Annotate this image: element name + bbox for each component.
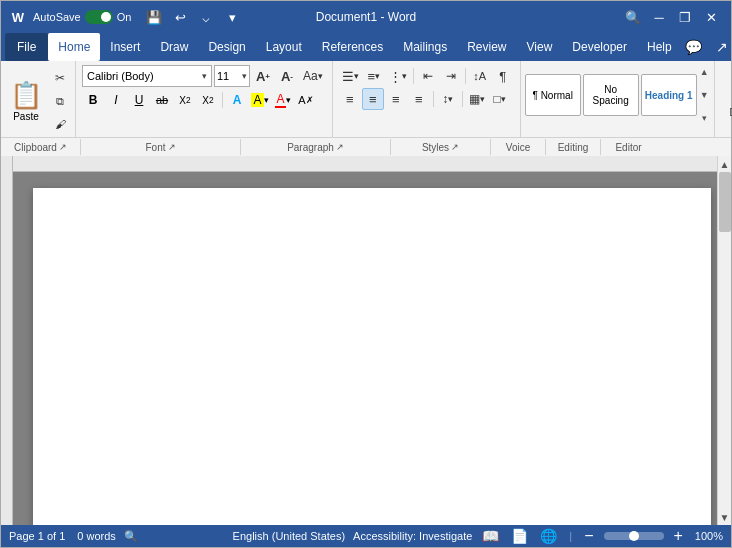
clear-format-button[interactable]: A✗: [295, 90, 317, 110]
autosave-toggle[interactable]: [85, 10, 113, 24]
show-hide-button[interactable]: ¶: [492, 65, 514, 87]
no-spacing-style-button[interactable]: No Spacing: [583, 74, 639, 116]
toggle-knob: [101, 12, 111, 22]
menu-bar-right: 💬 ↗: [682, 35, 732, 59]
language-indicator[interactable]: English (United States): [233, 530, 346, 542]
text-effects-button[interactable]: A: [226, 90, 248, 110]
customize-quick-access-button[interactable]: ▾: [221, 6, 243, 28]
menu-item-mailings[interactable]: Mailings: [393, 33, 457, 61]
strikethrough-button[interactable]: ab: [151, 90, 173, 110]
menu-item-review[interactable]: Review: [457, 33, 516, 61]
menu-item-developer[interactable]: Developer: [562, 33, 637, 61]
styles-boxes: ¶ Normal No Spacing Heading 1: [525, 74, 697, 116]
cut-button[interactable]: ✂: [49, 67, 71, 89]
menu-item-insert[interactable]: Insert: [100, 33, 150, 61]
heading1-style-label: Heading 1: [645, 90, 693, 101]
align-left-button[interactable]: ≡: [339, 88, 361, 110]
font-size-value: 11: [217, 70, 229, 82]
menu-item-references[interactable]: References: [312, 33, 393, 61]
document-page[interactable]: [33, 188, 711, 525]
decrease-indent-button[interactable]: ⇤: [417, 65, 439, 87]
font-size-dropdown[interactable]: 11 ▾: [214, 65, 250, 87]
font-dialog-launcher[interactable]: ↗: [168, 142, 176, 152]
paragraph-dialog-launcher[interactable]: ↗: [336, 142, 344, 152]
underline-button[interactable]: U: [128, 90, 150, 110]
font-group-label: Font: [145, 142, 165, 153]
change-case-button[interactable]: Aa▾: [300, 65, 326, 87]
superscript-button[interactable]: X2: [197, 90, 219, 110]
menu-item-help[interactable]: Help: [637, 33, 682, 61]
undo-button[interactable]: ↩: [169, 6, 191, 28]
scroll-thumb[interactable]: [719, 172, 731, 232]
align-center-button[interactable]: ≡: [362, 88, 384, 110]
app-title-text: Document1 - Word: [316, 10, 416, 24]
font-name-dropdown[interactable]: Calibri (Body) ▾: [82, 65, 212, 87]
document-content-area[interactable]: [33, 188, 711, 525]
styles-group-label: Styles: [422, 142, 449, 153]
grow-font-button[interactable]: A+: [252, 65, 274, 87]
heading1-style-button[interactable]: Heading 1: [641, 74, 697, 116]
justify-button[interactable]: ≡: [408, 88, 430, 110]
paste-button[interactable]: 📋 Paste: [5, 67, 47, 135]
subscript-button[interactable]: X2: [174, 90, 196, 110]
menu-item-home[interactable]: Home: [48, 33, 100, 61]
highlight-color-button[interactable]: A▾: [249, 90, 271, 110]
insert-menu-label: Insert: [110, 40, 140, 54]
menu-item-design[interactable]: Design: [198, 33, 255, 61]
restore-button[interactable]: ❐: [673, 5, 697, 29]
format-painter-button[interactable]: 🖌: [49, 113, 71, 135]
spell-check-status[interactable]: 🔍: [124, 530, 138, 543]
sort-button[interactable]: ↕A: [469, 65, 491, 87]
menu-item-draw[interactable]: Draw: [150, 33, 198, 61]
zoom-separator: |: [569, 530, 572, 542]
normal-style-button[interactable]: ¶ Normal: [525, 74, 581, 116]
scroll-track[interactable]: [718, 172, 732, 509]
menu-item-view[interactable]: View: [517, 33, 563, 61]
search-button[interactable]: 🔍: [621, 5, 645, 29]
minimize-button[interactable]: ─: [647, 5, 671, 29]
line-spacing-button[interactable]: ↕▾: [437, 88, 459, 110]
borders-button[interactable]: □▾: [489, 88, 511, 110]
styles-expand-button[interactable]: ▲ ▼ ▾: [699, 65, 710, 125]
separator3: [433, 91, 434, 107]
shading-button[interactable]: ▦▾: [466, 88, 488, 110]
numbered-list-button[interactable]: ≡▾: [363, 65, 385, 87]
clipboard-dialog-launcher[interactable]: ↗: [59, 142, 67, 152]
italic-button[interactable]: I: [105, 90, 127, 110]
copy-button[interactable]: ⧉: [49, 90, 71, 112]
close-button[interactable]: ✕: [699, 5, 723, 29]
zoom-out-button[interactable]: −: [582, 527, 595, 545]
ribbon: 📋 Paste ✂ ⧉ 🖌: [1, 61, 731, 156]
bold-button[interactable]: B: [82, 90, 104, 110]
scroll-down-button[interactable]: ▼: [718, 509, 732, 525]
web-layout-button[interactable]: 🌐: [538, 528, 559, 544]
menu-item-file[interactable]: File: [5, 33, 48, 61]
cut-icon: ✂: [55, 71, 65, 85]
separator4: [462, 91, 463, 107]
app-window: W AutoSave On 💾 ↩ ⌵ ▾ Document1 - Word 🔍…: [0, 0, 732, 548]
zoom-in-button[interactable]: +: [672, 527, 685, 545]
multilevel-list-button[interactable]: ⋮▾: [386, 65, 410, 87]
read-mode-button[interactable]: 📖: [480, 528, 501, 544]
comment-button[interactable]: 💬: [682, 35, 706, 59]
bullet-list-button[interactable]: ☰▾: [339, 65, 362, 87]
dictate-button[interactable]: 🎤 Dictate: [723, 78, 732, 121]
save-button[interactable]: 💾: [143, 6, 165, 28]
align-right-button[interactable]: ≡: [385, 88, 407, 110]
shrink-font-button[interactable]: A-: [276, 65, 298, 87]
redo-dropdown-button[interactable]: ⌵: [195, 6, 217, 28]
increase-indent-button[interactable]: ⇥: [440, 65, 462, 87]
font-color-button[interactable]: A▾: [272, 90, 294, 110]
paragraph-group-inner: ☰▾ ≡▾ ⋮▾ ⇤ ⇥ ↕A ¶ ≡ ≡ ≡: [339, 63, 514, 112]
print-layout-button[interactable]: 📄: [509, 528, 530, 544]
zoom-slider[interactable]: [604, 532, 664, 540]
scroll-up-button[interactable]: ▲: [718, 156, 732, 172]
voice-group: 🎤 Dictate: [715, 61, 732, 137]
document-scroll-area[interactable]: [13, 156, 731, 525]
vertical-scrollbar[interactable]: ▲ ▼: [717, 156, 731, 525]
styles-dialog-launcher[interactable]: ↗: [451, 142, 459, 152]
accessibility-indicator[interactable]: Accessibility: Investigate: [353, 530, 472, 542]
share-button[interactable]: ↗: [710, 35, 732, 59]
menu-item-layout[interactable]: Layout: [256, 33, 312, 61]
font-label-group: Font ↗: [81, 139, 241, 155]
